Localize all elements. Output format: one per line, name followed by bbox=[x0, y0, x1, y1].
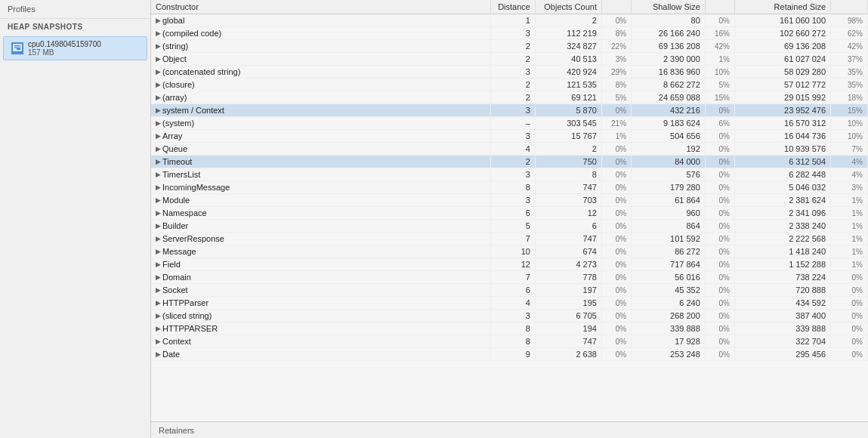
constructor-cell[interactable]: ▶TimersList bbox=[151, 168, 491, 181]
constructor-cell[interactable]: ▶system / Context bbox=[151, 104, 491, 117]
expand-arrow[interactable]: ▶ bbox=[156, 145, 161, 153]
expand-arrow[interactable]: ▶ bbox=[156, 209, 161, 217]
table-row[interactable]: ▶Domain77780%56 0160%738 2240% bbox=[151, 271, 868, 284]
retained-size-cell: 322 704 bbox=[734, 335, 830, 348]
constructor-cell[interactable]: ▶Namespace bbox=[151, 207, 491, 220]
table-row[interactable]: ▶system / Context35 8700%432 2160%23 952… bbox=[151, 104, 868, 117]
expand-arrow[interactable]: ▶ bbox=[156, 42, 161, 50]
heap-table-container[interactable]: Constructor Distance Objects Count Shall… bbox=[151, 0, 868, 421]
table-row[interactable]: ▶Timeout27500%84 0000%6 312 5044% bbox=[151, 156, 868, 168]
table-row[interactable]: ▶(compiled code)3112 2198%26 166 24016%1… bbox=[151, 27, 868, 40]
objects-pct-cell: 0% bbox=[601, 14, 631, 27]
col-header-retained-size[interactable]: Retained Size bbox=[734, 0, 830, 14]
constructor-cell[interactable]: ▶(sliced string) bbox=[151, 310, 491, 322]
expand-arrow[interactable]: ▶ bbox=[156, 325, 161, 332]
constructor-cell[interactable]: ▶(concatenated string) bbox=[151, 66, 491, 79]
table-row[interactable]: ▶IncomingMessage87470%179 2800%5 046 032… bbox=[151, 181, 868, 194]
expand-arrow[interactable]: ▶ bbox=[156, 119, 161, 127]
expand-arrow[interactable]: ▶ bbox=[156, 29, 161, 37]
expand-arrow[interactable]: ▶ bbox=[156, 94, 161, 101]
expand-arrow[interactable]: ▶ bbox=[156, 248, 161, 255]
table-row[interactable]: ▶Array315 7671%504 6560%16 044 73610% bbox=[151, 130, 868, 143]
shallow-size-cell: 432 216 bbox=[632, 104, 706, 117]
constructor-cell[interactable]: ▶Date bbox=[151, 348, 491, 361]
constructor-cell[interactable]: ▶(system) bbox=[151, 117, 491, 130]
expand-arrow[interactable]: ▶ bbox=[156, 17, 161, 24]
objects-pct-cell: 22% bbox=[601, 40, 631, 53]
constructor-cell[interactable]: ▶Context bbox=[151, 335, 491, 348]
constructor-cell[interactable]: ▶IncomingMessage bbox=[151, 181, 491, 194]
col-header-constructor[interactable]: Constructor bbox=[151, 0, 491, 14]
expand-arrow[interactable]: ▶ bbox=[156, 132, 161, 140]
constructor-name: (closure) bbox=[162, 80, 195, 89]
snapshot-item[interactable]: cpu0.1498045159700 157 MB bbox=[3, 36, 147, 60]
constructor-cell[interactable]: ▶(array) bbox=[151, 91, 491, 104]
table-row[interactable]: ▶Module37030%61 8640%2 381 6241% bbox=[151, 194, 868, 207]
expand-arrow[interactable]: ▶ bbox=[156, 158, 161, 165]
constructor-cell[interactable]: ▶Domain bbox=[151, 271, 491, 284]
expand-arrow[interactable]: ▶ bbox=[156, 350, 161, 358]
constructor-cell[interactable]: ▶Field bbox=[151, 258, 491, 271]
constructor-cell[interactable]: ▶HTTPPARSER bbox=[151, 322, 491, 335]
table-row[interactable]: ▶(sliced string)36 7050%268 2000%387 400… bbox=[151, 310, 868, 322]
constructor-cell[interactable]: ▶Object bbox=[151, 53, 491, 66]
retained-pct-cell: 1% bbox=[831, 207, 868, 220]
table-row[interactable]: ▶Date92 6380%253 2480%295 4560% bbox=[151, 348, 868, 361]
expand-arrow[interactable]: ▶ bbox=[156, 222, 161, 230]
expand-arrow[interactable]: ▶ bbox=[156, 299, 161, 307]
constructor-cell[interactable]: ▶global bbox=[151, 14, 491, 27]
expand-arrow[interactable]: ▶ bbox=[156, 68, 161, 76]
table-row[interactable]: ▶HTTPParser41950%6 2400%434 5920% bbox=[151, 297, 868, 310]
constructor-cell[interactable]: ▶(compiled code) bbox=[151, 27, 491, 40]
constructor-cell[interactable]: ▶Socket bbox=[151, 284, 491, 297]
expand-arrow[interactable]: ▶ bbox=[156, 184, 161, 191]
constructor-cell[interactable]: ▶ServerResponse bbox=[151, 233, 491, 245]
table-row[interactable]: ▶(concatenated string)3420 92429%16 836 … bbox=[151, 66, 868, 79]
table-row[interactable]: ▶Builder560%8640%2 338 2401% bbox=[151, 220, 868, 233]
constructor-cell[interactable]: ▶Timeout bbox=[151, 156, 491, 168]
objects-count-cell: 6 705 bbox=[535, 310, 601, 322]
expand-arrow[interactable]: ▶ bbox=[156, 286, 161, 294]
constructor-cell[interactable]: ▶Queue bbox=[151, 143, 491, 156]
table-row[interactable]: ▶(array)269 1215%24 659 08815%29 015 992… bbox=[151, 91, 868, 104]
retained-size-cell: 6 312 504 bbox=[734, 156, 830, 168]
constructor-cell[interactable]: ▶Array bbox=[151, 130, 491, 143]
retained-size-cell: 61 027 024 bbox=[734, 53, 830, 66]
constructor-cell[interactable]: ▶Builder bbox=[151, 220, 491, 233]
shallow-pct-cell: 0% bbox=[705, 130, 734, 143]
table-row[interactable]: ▶global120%800%161 060 10098% bbox=[151, 14, 868, 27]
expand-arrow[interactable]: ▶ bbox=[156, 312, 161, 319]
constructor-cell[interactable]: ▶HTTPParser bbox=[151, 297, 491, 310]
table-row[interactable]: ▶Namespace6120%9600%2 341 0961% bbox=[151, 207, 868, 220]
expand-arrow[interactable]: ▶ bbox=[156, 273, 161, 281]
expand-arrow[interactable]: ▶ bbox=[156, 171, 161, 178]
table-row[interactable]: ▶Context87470%17 9280%322 7040% bbox=[151, 335, 868, 348]
table-row[interactable]: ▶(closure)2121 5358%8 662 2725%57 012 77… bbox=[151, 79, 868, 91]
table-row[interactable]: ▶TimersList380%5760%6 282 4484% bbox=[151, 168, 868, 181]
constructor-cell[interactable]: ▶Module bbox=[151, 194, 491, 207]
col-header-objects-count[interactable]: Objects Count bbox=[535, 0, 601, 14]
expand-arrow[interactable]: ▶ bbox=[156, 235, 161, 242]
table-row[interactable]: ▶Socket61970%45 3520%720 8880% bbox=[151, 284, 868, 297]
expand-arrow[interactable]: ▶ bbox=[156, 261, 161, 268]
constructor-cell[interactable]: ▶Message bbox=[151, 245, 491, 258]
col-header-distance[interactable]: Distance bbox=[491, 0, 536, 14]
col-header-shallow-size[interactable]: Shallow Size bbox=[632, 0, 706, 14]
retained-size-cell: 339 888 bbox=[734, 322, 830, 335]
table-row[interactable]: ▶Field124 2730%717 8640%1 152 2881% bbox=[151, 258, 868, 271]
table-row[interactable]: ▶HTTPPARSER81940%339 8880%339 8880% bbox=[151, 322, 868, 335]
table-row[interactable]: ▶Queue420%1920%10 939 5767% bbox=[151, 143, 868, 156]
expand-arrow[interactable]: ▶ bbox=[156, 338, 161, 345]
expand-arrow[interactable]: ▶ bbox=[156, 106, 161, 114]
expand-arrow[interactable]: ▶ bbox=[156, 55, 161, 63]
table-row[interactable]: ▶ServerResponse77470%101 5920%2 222 5681… bbox=[151, 233, 868, 245]
table-row[interactable]: ▶Object240 5133%2 390 0001%61 027 02437% bbox=[151, 53, 868, 66]
retained-size-cell: 434 592 bbox=[734, 297, 830, 310]
table-row[interactable]: ▶(string)2324 82722%69 136 20842%69 136 … bbox=[151, 40, 868, 53]
table-row[interactable]: ▶Message106740%86 2720%1 418 2401% bbox=[151, 245, 868, 258]
constructor-cell[interactable]: ▶(string) bbox=[151, 40, 491, 53]
constructor-cell[interactable]: ▶(closure) bbox=[151, 79, 491, 91]
expand-arrow[interactable]: ▶ bbox=[156, 196, 161, 204]
table-row[interactable]: ▶(system)–303 54521%9 183 6246%16 570 31… bbox=[151, 117, 868, 130]
expand-arrow[interactable]: ▶ bbox=[156, 81, 161, 88]
